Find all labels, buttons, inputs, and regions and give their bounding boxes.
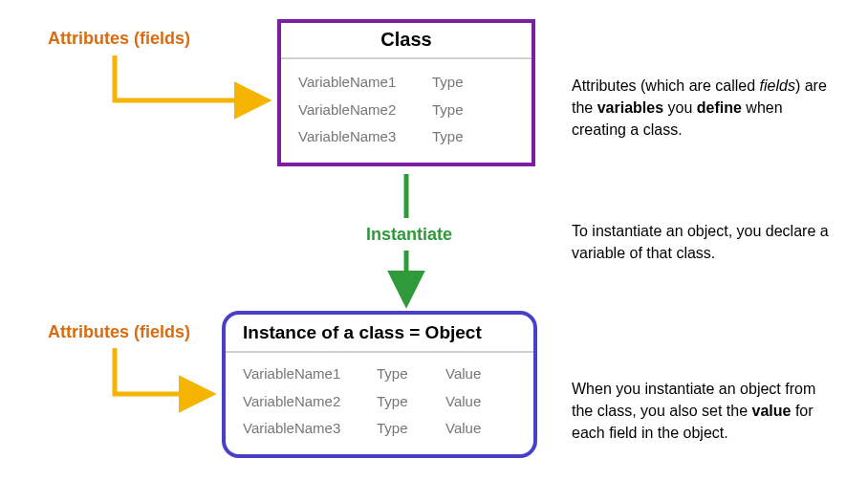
note-attributes-text-pre: Attributes (which are called (572, 77, 760, 94)
class-field-row: VariableName1 Type (298, 69, 514, 97)
class-field-type: Type (432, 97, 480, 124)
class-field-name: VariableName1 (298, 69, 411, 97)
note-attributes-bold2: define (697, 99, 742, 116)
attributes-label-top-fields: (fields) (134, 29, 190, 48)
instance-field-row: VariableName3 Type Value (243, 415, 516, 443)
class-field-name: VariableName2 (298, 97, 411, 124)
note-attributes: Attributes (which are called fields) are… (572, 75, 839, 142)
instance-field-row: VariableName1 Type Value (243, 361, 516, 388)
instance-field-value: Value (445, 415, 493, 443)
class-box-title: Class (281, 23, 532, 59)
instance-box: Instance of a class = Object VariableNam… (222, 311, 537, 458)
instance-field-value: Value (445, 388, 493, 416)
attributes-label-top: Attributes (fields) (48, 29, 190, 49)
note-value-bold: value (752, 403, 792, 419)
arrow-attributes-top-icon (115, 55, 266, 100)
attributes-label-bottom: Attributes (fields) (48, 322, 190, 342)
note-instantiate: To instantiate an object, you declare a … (572, 220, 839, 264)
class-field-type: Type (432, 123, 480, 151)
class-field-row: VariableName3 Type (298, 123, 514, 151)
attributes-label-bottom-fields: (fields) (134, 322, 190, 341)
note-attributes-italic: fields (760, 77, 795, 94)
instance-box-title: Instance of a class = Object (226, 315, 533, 353)
class-box-body: VariableName1 Type VariableName2 Type Va… (281, 59, 532, 163)
class-field-type: Type (432, 69, 480, 97)
class-field-name: VariableName3 (298, 123, 411, 151)
instance-field-name: VariableName3 (243, 415, 356, 443)
note-attributes-bold1: variables (597, 99, 663, 116)
note-attributes-text-mid2: you (663, 99, 697, 116)
instance-field-type: Type (377, 361, 424, 388)
instance-field-value: Value (445, 361, 493, 388)
class-box: Class VariableName1 Type VariableName2 T… (277, 19, 535, 166)
instance-field-row: VariableName2 Type Value (243, 388, 516, 416)
instance-field-name: VariableName1 (243, 361, 356, 388)
instantiate-label: Instantiate (366, 225, 452, 245)
instance-field-type: Type (377, 415, 424, 443)
attributes-label-bottom-prefix: Attributes (48, 322, 134, 341)
instance-field-name: VariableName2 (243, 388, 356, 416)
instance-box-body: VariableName1 Type Value VariableName2 T… (226, 353, 533, 454)
class-field-row: VariableName2 Type (298, 97, 514, 124)
note-value: When you instantiate an object from the … (572, 378, 839, 445)
instance-field-type: Type (377, 388, 424, 416)
attributes-label-top-prefix: Attributes (48, 29, 134, 48)
arrow-attributes-bottom-icon (115, 348, 210, 394)
